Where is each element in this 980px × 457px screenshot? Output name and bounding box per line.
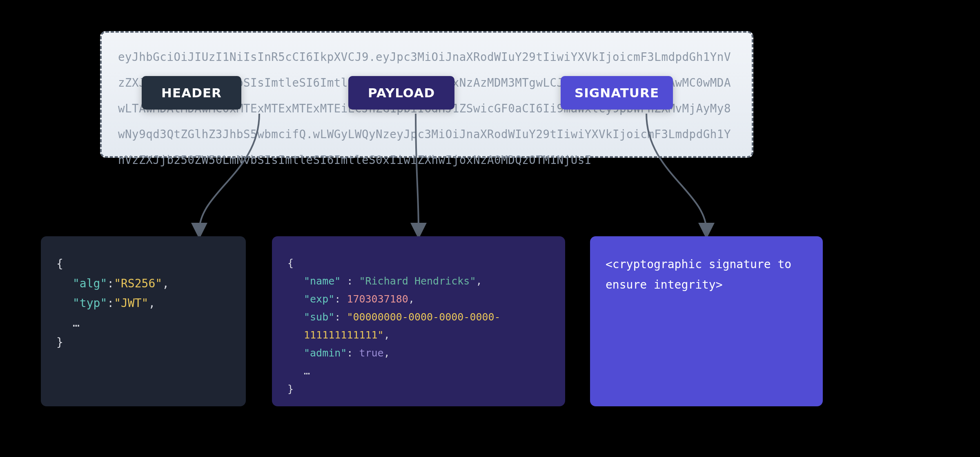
brace-open: { [56,254,230,274]
payload-code-box: { "name" : "Richard Hendricks", "exp": 1… [272,236,565,406]
header-ellipsis: … [56,313,230,333]
brace-open: { [287,254,550,272]
payload-name-line: "name" : "Richard Hendricks", [287,272,550,290]
payload-label-text: PAYLOAD [368,85,435,100]
payload-label: PAYLOAD [348,76,454,110]
brace-close: } [56,333,230,352]
header-label: HEADER [142,76,241,110]
header-typ-line: "typ":"JWT", [56,293,230,313]
payload-admin-line: "admin": true, [287,344,550,362]
signature-text: <cryptographic signature to ensure integ… [606,254,807,295]
signature-box: <cryptographic signature to ensure integ… [590,236,823,406]
payload-ellipsis: … [287,362,550,380]
brace-close: } [287,380,550,398]
payload-sub-line: "sub": "00000000-0000-0000-0000-11111111… [287,308,550,344]
payload-exp-line: "exp": 1703037180, [287,290,550,308]
signature-label-text: SIGNATURE [575,85,659,100]
header-alg-line: "alg":"RS256", [56,274,230,293]
header-code-box: { "alg":"RS256", "typ":"JWT", … } [41,236,246,406]
signature-label: SIGNATURE [561,76,673,110]
header-label-text: HEADER [161,85,222,100]
